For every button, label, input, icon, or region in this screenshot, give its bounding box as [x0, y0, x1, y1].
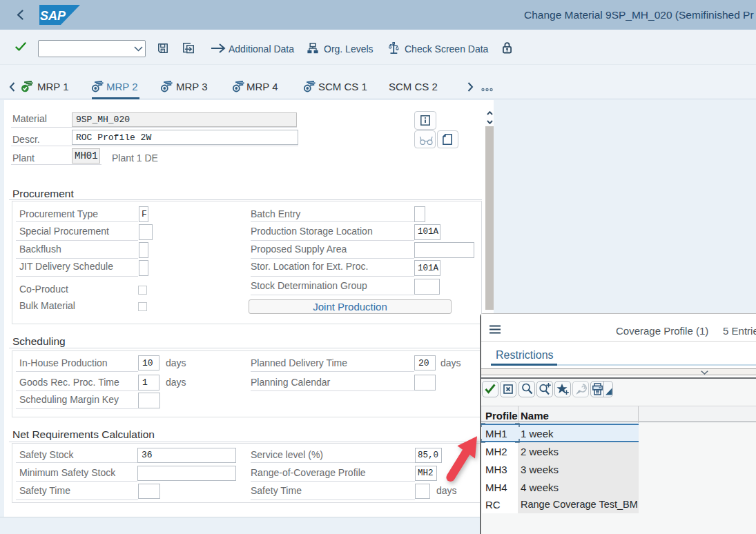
svg-text:SAP: SAP — [40, 9, 66, 23]
